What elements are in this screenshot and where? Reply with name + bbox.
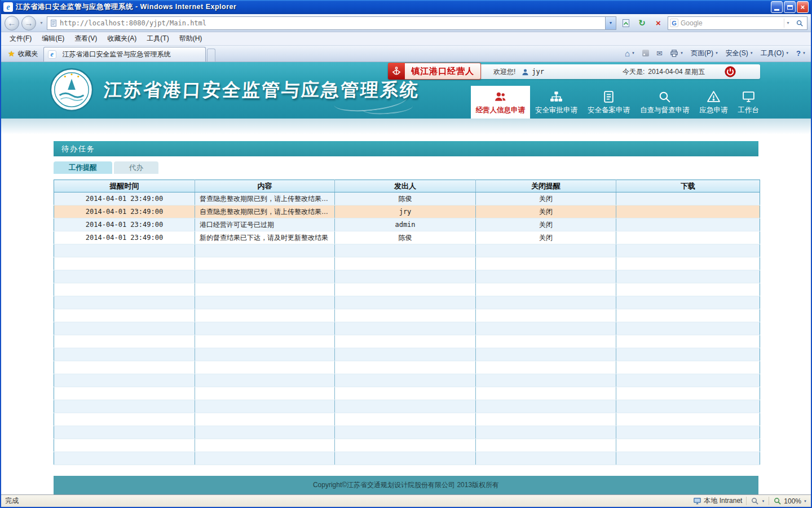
menu-view[interactable]: 查看(V) (69, 32, 102, 45)
copyright-text: Copyright©江苏省交通规划设计院股份有限公司 2013版权所有 (313, 480, 499, 490)
refresh-button[interactable]: ↻ (635, 16, 649, 30)
task-row-empty (54, 387, 760, 400)
close-reminder-button[interactable]: 关闭 (539, 234, 553, 242)
task-row-empty (54, 244, 760, 257)
statusbar-separator (746, 497, 747, 505)
minimize-button[interactable] (771, 1, 783, 13)
menu-favorites[interactable]: 收藏夹(A) (102, 32, 142, 45)
workbench-monitor-icon (742, 90, 756, 104)
safety-menu[interactable]: 安全(S) ▼ (722, 47, 757, 60)
favorites-button[interactable]: ★ 收藏夹 (3, 47, 43, 60)
task-row-empty (54, 426, 760, 439)
titlebar: e 江苏省港口安全监管与应急管理系统 - Windows Internet Ex… (1, 0, 811, 14)
page-zoom-menu[interactable]: ▼ (751, 497, 765, 505)
caret-icon: ▼ (804, 500, 807, 503)
menu-edit[interactable]: 编辑(E) (37, 32, 69, 45)
print-button[interactable]: ▼ (667, 47, 687, 60)
close-reminder-button[interactable]: 关闭 (539, 221, 553, 229)
caret-icon: ▼ (715, 51, 718, 55)
page-menu[interactable]: 页面(P) ▼ (687, 47, 722, 60)
window-title: 江苏省港口安全监管与应急管理系统 - Windows Internet Expl… (16, 2, 771, 12)
nav-workbench[interactable]: 工作台 (733, 86, 765, 119)
navigation-toolbar: ← → ▼ ▼ ↻ × G Google ▼ (1, 14, 811, 32)
restore-icon (787, 5, 793, 10)
search-provider-dropdown[interactable]: ▼ (784, 19, 792, 28)
help-menu[interactable]: ? ▼ (793, 47, 809, 60)
page-footer: Copyright©江苏省交通规划设计院股份有限公司 2013版权所有 (54, 476, 758, 494)
nav-label: 工作台 (738, 106, 760, 115)
tab-work-reminders[interactable]: 工作提醒 (54, 161, 112, 174)
restore-button[interactable] (784, 1, 796, 13)
stop-button[interactable]: × (651, 16, 665, 30)
menu-file[interactable]: 文件(F) (5, 32, 37, 45)
command-bar: ⌂ ▼ ✉ ▼ 页面(P) ▼ 安全(S) ▼ 工具(O) (621, 46, 809, 62)
ie-logo-icon: e (3, 2, 13, 12)
date-value: 2014-04-04 星期五 (648, 67, 705, 77)
anchor-icon (388, 63, 405, 80)
new-tab-stub[interactable] (207, 49, 215, 62)
browser-tab[interactable]: e 江苏省港口安全监管与应急管理系统 (43, 47, 206, 62)
address-input[interactable] (60, 19, 603, 27)
menu-help[interactable]: 帮助(H) (174, 32, 208, 45)
ie-tab-icon: e (48, 50, 56, 59)
nav-safety-record[interactable]: 安全备案申请 (582, 86, 635, 119)
caret-icon: ▼ (802, 51, 806, 55)
nav-inspection[interactable]: 自查与督查申请 (635, 86, 695, 119)
compatibility-view-button[interactable] (619, 16, 633, 30)
close-button[interactable]: × (797, 1, 809, 13)
safety-menu-label: 安全(S) (726, 49, 748, 58)
approval-flow-icon (549, 90, 563, 104)
search-box[interactable]: G Google ▼ (668, 16, 807, 30)
search-input[interactable]: Google (681, 19, 782, 27)
rss-icon (642, 50, 649, 56)
recent-pages-dropdown[interactable]: ▼ (38, 21, 45, 25)
task-row-empty (54, 309, 760, 322)
status-bar: 完成 本地 Intranet ▼ 100% ▼ (1, 494, 811, 507)
feeds-button[interactable] (639, 47, 652, 60)
close-reminder-button[interactable]: 关闭 (539, 195, 553, 203)
date-label: 今天是: (623, 67, 645, 77)
back-button[interactable]: ← (5, 16, 19, 30)
read-mail-button[interactable]: ✉ (653, 47, 666, 60)
section-title-bar: 待办任务 (54, 141, 758, 156)
forward-button[interactable]: → (21, 16, 36, 30)
home-button[interactable]: ⌂ ▼ (621, 47, 638, 60)
address-dropdown[interactable]: ▼ (605, 17, 616, 29)
nav-emergency[interactable]: 应急申请 (695, 86, 733, 119)
mail-icon: ✉ (656, 49, 663, 58)
security-zone: 本地 Intranet (693, 496, 742, 506)
warning-triangle-icon (707, 90, 721, 104)
menu-bar: 文件(F) 编辑(E) 查看(V) 收藏夹(A) 工具(T) 帮助(H) (1, 32, 811, 46)
zoom-level-control[interactable]: 100% ▼ (773, 497, 807, 505)
tools-menu[interactable]: 工具(O) ▼ (757, 47, 792, 60)
magnifier-icon (657, 90, 672, 104)
search-icon[interactable] (794, 19, 805, 27)
caret-icon: ▼ (632, 51, 635, 55)
help-icon: ? (796, 49, 801, 58)
printer-icon (670, 49, 678, 58)
compatibility-view-icon (621, 19, 630, 28)
nav-safety-approval[interactable]: 安全审批申请 (530, 86, 582, 119)
caret-icon: ▼ (785, 51, 789, 55)
zone-label: 本地 Intranet (704, 496, 742, 506)
address-bar[interactable]: ▼ (47, 16, 616, 30)
task-tabs: 工作提醒 代办 (54, 161, 758, 174)
close-reminder-button[interactable]: 关闭 (539, 208, 553, 216)
task-row-empty (54, 413, 760, 426)
browser-window: e 江苏省港口安全监管与应急管理系统 - Windows Internet Ex… (0, 0, 812, 508)
caret-icon: ▼ (761, 500, 765, 503)
menu-tools[interactable]: 工具(T) (142, 32, 174, 45)
status-text: 完成 (5, 496, 19, 506)
username: jyr (532, 68, 544, 76)
tab-pending[interactable]: 代办 (114, 161, 158, 174)
table-header-row: 提醒时间 内容 发出人 关闭提醒 下载 (54, 180, 760, 192)
logout-button[interactable] (724, 65, 736, 78)
zoom-level: 100% (784, 497, 801, 505)
header-sub-band (1, 119, 811, 134)
role-badge-label: 镇江港口经营人 (405, 63, 481, 80)
section-title: 待办任务 (61, 144, 95, 154)
col-header-download: 下载 (616, 180, 760, 192)
task-row-empty (54, 439, 760, 452)
nav-operator-info[interactable]: 经营人信息申请 (471, 86, 531, 119)
main-content: 待办任务 工作提醒 代办 提醒时间 内容 发出人 关闭提醒 下载 (1, 134, 811, 494)
